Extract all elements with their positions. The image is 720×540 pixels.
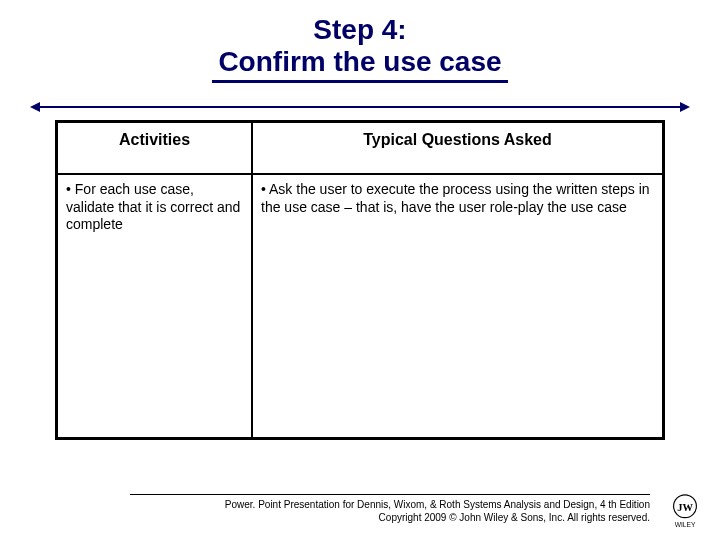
footer-line-1: Power. Point Presentation for Dennis, Wi… [100, 498, 650, 511]
content-table: Activities Typical Questions Asked • For… [55, 120, 665, 440]
arrow-right-icon [680, 102, 690, 112]
table-cell-activities: • For each use case, validate that it is… [57, 174, 252, 438]
divider-arrow [30, 102, 690, 112]
title-line-2: Confirm the use case [212, 46, 507, 83]
logo-label: WILEY [675, 521, 696, 528]
table-header-questions: Typical Questions Asked [252, 122, 663, 174]
arrow-line [38, 106, 682, 108]
slide-footer: Power. Point Presentation for Dennis, Wi… [100, 494, 650, 524]
table-header-activities: Activities [57, 122, 252, 174]
svg-text:JW: JW [677, 502, 693, 513]
table-cell-questions: • Ask the user to execute the process us… [252, 174, 663, 438]
slide-title: Step 4: Confirm the use case [0, 0, 720, 83]
footer-line-2: Copyright 2009 © John Wiley & Sons, Inc.… [100, 511, 650, 524]
wiley-logo-icon: JW WILEY [666, 492, 704, 530]
footer-rule [130, 494, 650, 495]
title-line-1: Step 4: [0, 14, 720, 46]
